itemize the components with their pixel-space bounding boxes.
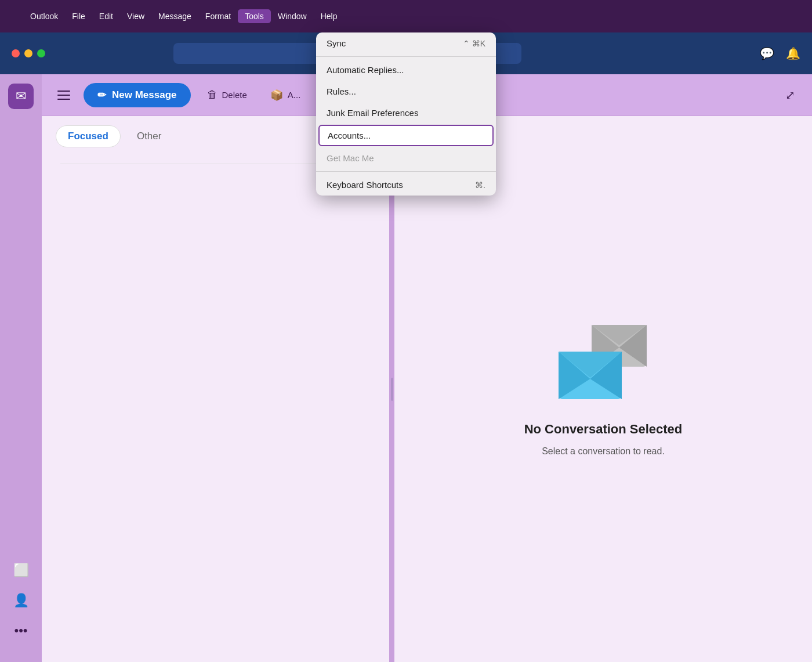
tab-focused[interactable]: Focused bbox=[56, 125, 121, 147]
panel-divider[interactable] bbox=[390, 116, 394, 662]
sidebar-item-calendar[interactable]: ⬜ bbox=[8, 558, 34, 583]
hamburger-line-3 bbox=[57, 99, 70, 100]
menu-item-rules[interactable]: Rules... bbox=[316, 81, 496, 102]
trash-icon: 🗑 bbox=[207, 89, 217, 101]
menu-item-sync[interactable]: Sync ⌃ ⌘K bbox=[316, 32, 496, 54]
sync-shortcut: ⌃ ⌘K bbox=[463, 39, 485, 48]
accounts-label: Accounts... bbox=[328, 131, 371, 140]
sidebar-item-more[interactable]: ••• bbox=[8, 618, 34, 643]
two-panel: Focused Other bbox=[42, 116, 812, 662]
toolbar-right: 💬 🔔 bbox=[760, 46, 800, 60]
expand-button[interactable]: ⤢ bbox=[780, 85, 800, 106]
tab-other[interactable]: Other bbox=[125, 126, 173, 147]
menubar-file[interactable]: File bbox=[65, 9, 92, 23]
bell-icon[interactable]: 🔔 bbox=[786, 46, 800, 60]
sidebar-bottom: ⬜ 👤 ••• bbox=[8, 558, 34, 653]
sidebar-item-mail[interactable]: ✉ bbox=[8, 84, 34, 109]
get-mac-me-label: Get Mac Me bbox=[327, 153, 374, 163]
archive-icon: 📦 bbox=[270, 89, 283, 102]
envelope-front-icon bbox=[557, 350, 624, 403]
email-list-content bbox=[42, 157, 389, 662]
hamburger-line-1 bbox=[57, 91, 70, 92]
no-conversation: No Conversation Selected Select a conver… bbox=[524, 322, 683, 457]
menubar-outlook[interactable]: Outlook bbox=[23, 9, 65, 23]
compose-icon: ✏ bbox=[97, 89, 106, 102]
sidebar: ✉ ⬜ 👤 ••• bbox=[0, 74, 42, 662]
rules-label: Rules... bbox=[327, 86, 356, 96]
automatic-replies-label: Automatic Replies... bbox=[327, 65, 404, 75]
menubar-help[interactable]: Help bbox=[314, 9, 345, 23]
hamburger-button[interactable] bbox=[53, 85, 74, 106]
menubar-edit[interactable]: Edit bbox=[92, 9, 120, 23]
traffic-lights bbox=[12, 49, 45, 57]
no-conversation-subtitle: Select a conversation to read. bbox=[542, 446, 665, 457]
archive-button[interactable]: 📦 A... bbox=[263, 85, 308, 105]
archive-label: A... bbox=[288, 90, 301, 100]
hamburger-line-2 bbox=[57, 95, 70, 96]
menu-item-get-mac-me[interactable]: Get Mac Me bbox=[316, 147, 496, 169]
menubar-view[interactable]: View bbox=[120, 9, 151, 23]
new-message-label: New Message bbox=[112, 89, 177, 101]
delete-label: Delete bbox=[222, 90, 247, 100]
keyboard-shortcuts-label: Keyboard Shortcuts bbox=[327, 180, 403, 190]
sync-label: Sync bbox=[327, 38, 346, 48]
close-button[interactable] bbox=[12, 49, 20, 57]
menubar-tools[interactable]: Tools bbox=[238, 9, 271, 23]
menu-bar: Outlook File Edit View Message Format To… bbox=[0, 0, 812, 32]
menubar-window[interactable]: Window bbox=[271, 9, 314, 23]
menu-separator-2 bbox=[316, 171, 496, 172]
maximize-button[interactable] bbox=[37, 49, 45, 57]
new-message-button[interactable]: ✏ New Message bbox=[84, 83, 191, 107]
tools-dropdown-menu: Sync ⌃ ⌘K Automatic Replies... Rules... … bbox=[316, 32, 496, 196]
calendar-icon: ⬜ bbox=[13, 563, 29, 578]
right-panel: No Conversation Selected Select a conver… bbox=[394, 116, 812, 662]
menu-item-junk-email[interactable]: Junk Email Preferences bbox=[316, 102, 496, 124]
divider-handle bbox=[391, 378, 393, 401]
keyboard-shortcuts-shortcut: ⌘. bbox=[475, 180, 485, 190]
menubar-message[interactable]: Message bbox=[151, 9, 198, 23]
envelope-illustration bbox=[557, 322, 650, 403]
mail-icon: ✉ bbox=[16, 89, 26, 104]
menu-item-accounts[interactable]: Accounts... bbox=[318, 125, 494, 146]
delete-button[interactable]: 🗑 Delete bbox=[200, 85, 254, 104]
no-conversation-title: No Conversation Selected bbox=[524, 422, 683, 437]
minimize-button[interactable] bbox=[24, 49, 32, 57]
junk-email-label: Junk Email Preferences bbox=[327, 108, 418, 118]
menu-item-keyboard-shortcuts[interactable]: Keyboard Shortcuts ⌘. bbox=[316, 174, 496, 196]
expand-icon: ⤢ bbox=[785, 88, 795, 102]
menu-item-automatic-replies[interactable]: Automatic Replies... bbox=[316, 59, 496, 81]
menubar-format[interactable]: Format bbox=[198, 9, 238, 23]
contacts-icon: 👤 bbox=[13, 593, 29, 608]
email-list-panel: Focused Other bbox=[42, 116, 390, 662]
menu-separator-1 bbox=[316, 56, 496, 57]
chat-icon[interactable]: 💬 bbox=[760, 46, 774, 60]
sidebar-item-contacts[interactable]: 👤 bbox=[8, 588, 34, 613]
apple-menu[interactable] bbox=[9, 14, 23, 19]
more-icon: ••• bbox=[14, 623, 27, 638]
